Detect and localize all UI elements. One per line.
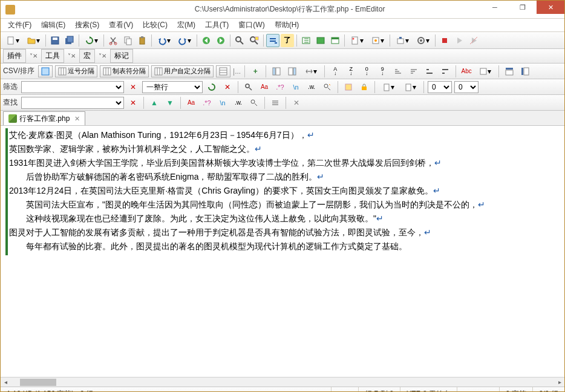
filter-bookmark-button[interactable]: ▾ bbox=[379, 80, 398, 94]
menu-search[interactable]: 搜索(S) bbox=[70, 19, 104, 31]
new-file-button[interactable]: ▾ bbox=[3, 34, 22, 47]
forward-button[interactable] bbox=[214, 34, 227, 47]
col-width-button[interactable]: ▾ bbox=[301, 65, 321, 78]
find-word-button[interactable]: .w. bbox=[232, 96, 245, 109]
add-col-button[interactable]: + bbox=[249, 65, 262, 78]
filter-regex-button[interactable]: .*? bbox=[273, 80, 287, 94]
outline-button[interactable] bbox=[299, 34, 313, 47]
filter-extract-button[interactable]: ▾ bbox=[400, 80, 420, 94]
filter-above-select[interactable]: 0 bbox=[428, 81, 452, 93]
inner-tab-close[interactable]: ˅✕ bbox=[96, 53, 109, 59]
editor-area[interactable]: 艾伦·麦席森·图灵（Alan Mathison Turing，1912年6月23… bbox=[1, 126, 564, 377]
col-right-button[interactable] bbox=[286, 65, 299, 78]
filter-clear-button[interactable]: ✕ bbox=[126, 80, 140, 94]
save-button[interactable] bbox=[48, 34, 62, 47]
config-button[interactable] bbox=[314, 34, 327, 47]
sort-09-asc-button[interactable]: 0↓ bbox=[360, 65, 373, 78]
sort-len-asc-button[interactable] bbox=[391, 65, 405, 78]
heading-button[interactable] bbox=[503, 65, 516, 78]
paste-button[interactable] bbox=[136, 34, 149, 47]
filter-whole-button[interactable] bbox=[342, 80, 355, 94]
save-all-button[interactable] bbox=[63, 34, 76, 47]
filter-word-button[interactable]: .w. bbox=[305, 80, 318, 94]
inner-tab-macros[interactable]: 宏 bbox=[79, 49, 95, 63]
filter-case-button[interactable]: Aa bbox=[258, 80, 271, 94]
csv-grid-button[interactable] bbox=[216, 65, 230, 77]
find-clear-button[interactable]: ✕ bbox=[126, 96, 140, 109]
settings-button[interactable]: ▾ bbox=[413, 34, 433, 47]
scroll-right-icon[interactable]: ▸ bbox=[555, 377, 564, 387]
maximize-button[interactable]: ❐ bbox=[509, 1, 537, 14]
menu-help[interactable]: 帮助(H) bbox=[270, 19, 304, 31]
minimize-button[interactable]: ─ bbox=[481, 1, 509, 14]
find-escape-button[interactable]: \n bbox=[216, 96, 229, 109]
menu-compare[interactable]: 比较(C) bbox=[138, 19, 172, 31]
remove-dup-button[interactable]: Abc bbox=[460, 65, 473, 78]
marks-button[interactable]: ▾ bbox=[347, 34, 367, 47]
menu-tools[interactable]: 工具(T) bbox=[200, 19, 234, 31]
menu-view[interactable]: 查看(V) bbox=[104, 19, 138, 31]
back-button[interactable] bbox=[200, 34, 213, 47]
find-advanced-button[interactable] bbox=[269, 96, 282, 109]
menu-edit[interactable]: 编辑(E) bbox=[36, 19, 70, 31]
ruler-button[interactable] bbox=[518, 65, 532, 78]
open-file-button[interactable]: ▾ bbox=[24, 34, 43, 47]
redo-button[interactable]: ▾ bbox=[175, 34, 194, 47]
menu-macro[interactable]: 宏(M) bbox=[172, 19, 200, 31]
csv-user-button[interactable]: 用户自定义分隔 bbox=[151, 65, 214, 77]
filter-incremental-button[interactable] bbox=[321, 80, 334, 94]
reload-button[interactable]: ▾ bbox=[82, 34, 101, 47]
filter-scope-select[interactable]: 一整行 bbox=[142, 81, 203, 93]
filter-below-select[interactable]: 0 bbox=[454, 81, 478, 93]
find-prev-button[interactable]: ▲ bbox=[148, 96, 161, 109]
advanced-button[interactable]: ▾ bbox=[475, 65, 495, 78]
copy-button[interactable] bbox=[121, 34, 134, 47]
replace-button[interactable] bbox=[247, 34, 261, 47]
filter-input[interactable] bbox=[21, 81, 124, 93]
tools-button[interactable]: ▾ bbox=[368, 34, 387, 47]
scroll-left-icon[interactable]: ◂ bbox=[1, 377, 10, 387]
file-tab[interactable]: 行客工作室.php ✕ bbox=[3, 111, 85, 125]
output-button[interactable] bbox=[328, 34, 342, 47]
find-button[interactable] bbox=[233, 34, 246, 47]
filter-find-button[interactable] bbox=[242, 80, 255, 94]
menu-file[interactable]: 文件(F) bbox=[3, 19, 36, 31]
find-incremental-button[interactable] bbox=[247, 96, 261, 109]
sort-len-desc-button[interactable] bbox=[407, 65, 420, 78]
inner-tab-close[interactable]: ˅✕ bbox=[65, 53, 78, 59]
find-close-button[interactable]: ✕ bbox=[290, 96, 303, 109]
filter-escape-button[interactable]: \n bbox=[289, 80, 302, 94]
filter-lock-button[interactable] bbox=[358, 80, 371, 94]
inner-tab-close[interactable]: ˅✕ bbox=[27, 53, 40, 59]
macro-stop-button[interactable] bbox=[467, 34, 480, 47]
sort-az-asc-button[interactable]: A↓ bbox=[328, 65, 342, 78]
horizontal-scrollbar[interactable]: ◂ ▸ bbox=[1, 377, 564, 387]
wordwrap-char-button[interactable]: 了 bbox=[281, 34, 294, 47]
file-tab-close[interactable]: ✕ bbox=[72, 115, 80, 123]
csv-comma-button[interactable]: 逗号分隔 bbox=[55, 65, 97, 77]
find-regex-button[interactable]: .*? bbox=[200, 96, 214, 109]
undo-button[interactable]: ▾ bbox=[154, 34, 174, 47]
sort-09-desc-button[interactable]: 9↓ bbox=[376, 65, 389, 78]
macro-record-button[interactable] bbox=[438, 34, 451, 47]
find-input[interactable] bbox=[21, 97, 124, 109]
cut-button[interactable] bbox=[106, 34, 120, 47]
col-left-button[interactable] bbox=[270, 65, 283, 78]
macro-play-button[interactable] bbox=[452, 34, 466, 47]
inner-tab-tools[interactable]: 工具 bbox=[41, 49, 64, 63]
scroll-thumb[interactable] bbox=[20, 379, 56, 386]
find-case-button[interactable]: Aa bbox=[185, 96, 198, 109]
csv-tab-button[interactable]: 制表符分隔 bbox=[100, 65, 149, 77]
plugins-button[interactable]: ▾ bbox=[393, 34, 412, 47]
sort-word-desc-button[interactable] bbox=[439, 65, 452, 78]
sort-az-desc-button[interactable]: Z↓ bbox=[344, 65, 358, 78]
close-button[interactable]: ✕ bbox=[537, 1, 564, 14]
find-next-button[interactable]: ▼ bbox=[163, 96, 177, 109]
wordwrap-none-button[interactable] bbox=[266, 34, 279, 47]
inner-tab-marks[interactable]: 标记 bbox=[110, 49, 133, 63]
filter-refresh-button[interactable] bbox=[205, 80, 218, 94]
menu-window[interactable]: 窗口(W) bbox=[234, 19, 269, 31]
inner-tab-plugins[interactable]: 插件 bbox=[3, 49, 26, 63]
status-encoding[interactable]: UTF-8 无签名 bbox=[400, 387, 457, 392]
sort-word-asc-button[interactable] bbox=[423, 65, 436, 78]
